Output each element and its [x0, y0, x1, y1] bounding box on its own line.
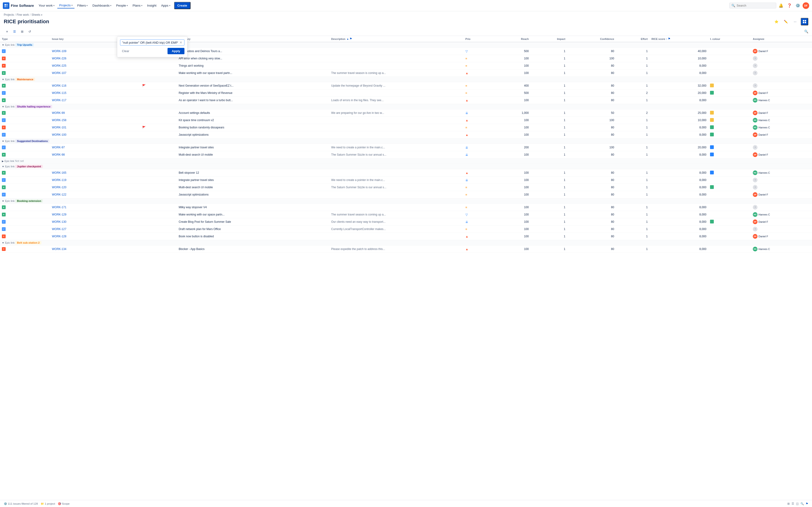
issue-key[interactable]: WORK-129: [52, 213, 66, 216]
epic-link-label: Epic link: [5, 105, 15, 108]
epic-row: ▼ Epic link Maintenance: [0, 77, 812, 82]
col-header-reach[interactable]: Reach: [494, 36, 531, 42]
collapse-toggle[interactable]: ▼: [2, 140, 4, 143]
edit-button[interactable]: ✏️: [782, 18, 790, 25]
col-header-description[interactable]: Description ▲ ⚑: [329, 36, 464, 42]
breadcrumb-sheets[interactable]: Sheets: [32, 13, 40, 16]
issue-key[interactable]: WORK-109: [52, 50, 66, 53]
colour-swatch: [710, 145, 714, 149]
table-search-icon[interactable]: 🔍: [804, 30, 808, 33]
toolbar: ≡ ☰ ⊞ ↺ 🔍: [0, 27, 812, 36]
collapse-toggle[interactable]: ▼: [2, 200, 4, 202]
help-button[interactable]: ❓: [786, 2, 793, 9]
epic-link-label: Epic link: [4, 160, 15, 162]
breadcrumb-fine-work[interactable]: Fine work: [17, 13, 29, 16]
nav-dashboards[interactable]: Dashboards ▾: [91, 3, 113, 8]
issue-key[interactable]: WORK-101: [52, 126, 66, 129]
nav-your-work[interactable]: Your work ▾: [37, 3, 56, 8]
svg-rect-7: [805, 22, 806, 23]
col-header-effort[interactable]: Effort: [616, 36, 650, 42]
zoom-icon[interactable]: 🔍: [801, 502, 804, 505]
app-logo[interactable]: Fine Software: [3, 2, 34, 9]
issue-key[interactable]: WORK-122: [52, 193, 66, 196]
issue-key[interactable]: WORK-130: [52, 220, 66, 223]
col-header-impact[interactable]: Impact: [530, 36, 567, 42]
nav-insight[interactable]: Insight: [145, 3, 158, 8]
table-row: ● WORK-117 As an operator I want to have…: [0, 97, 812, 104]
filter-clear-x-icon[interactable]: ✕: [180, 41, 182, 44]
colour-cell: [708, 90, 751, 97]
view-toggle-button[interactable]: [801, 18, 808, 25]
epic-link-label: Epic link: [5, 78, 15, 81]
issue-key[interactable]: WORK-99: [52, 111, 65, 115]
breadcrumb-projects[interactable]: Projects: [4, 13, 14, 16]
notifications-button[interactable]: 🔔: [777, 2, 785, 9]
issue-key[interactable]: WORK-120: [52, 186, 66, 189]
colour-cell: [708, 245, 751, 253]
filter-icon-bottom[interactable]: ⚑: [806, 502, 808, 505]
chevron-down-icon[interactable]: ▾: [41, 14, 42, 16]
col-header-rice-score[interactable]: RICE score ↑ ⚑: [650, 36, 708, 42]
flagged-cell: [140, 176, 177, 184]
collapse-toggle[interactable]: ▼: [2, 105, 4, 108]
nav-plans[interactable]: Plans ▾: [131, 3, 144, 8]
more-options-button[interactable]: ···: [791, 18, 799, 25]
filter-apply-button[interactable]: Apply: [167, 48, 185, 54]
priority-cell: ▲: [464, 117, 494, 124]
nav-apps[interactable]: Apps ▾: [159, 3, 172, 8]
list-icon[interactable]: ☰: [792, 502, 794, 505]
nav-people[interactable]: People ▾: [114, 3, 130, 8]
collapse-icon[interactable]: ◫: [796, 502, 799, 505]
nav-filters[interactable]: Filters ▾: [75, 3, 90, 8]
grid-icon[interactable]: ⊞: [787, 502, 790, 505]
filter-clear-button[interactable]: Clear: [120, 48, 131, 54]
collapse-toggle[interactable]: ▶: [2, 160, 4, 162]
issue-key[interactable]: WORK-97: [52, 146, 65, 149]
issue-key[interactable]: WORK-171: [52, 206, 66, 209]
issue-key[interactable]: WORK-134: [52, 247, 66, 251]
issue-key[interactable]: WORK-107: [52, 71, 66, 75]
filter-text-input[interactable]: [122, 41, 178, 44]
user-avatar[interactable]: DF: [803, 2, 809, 9]
issue-key[interactable]: WORK-165: [52, 171, 66, 174]
collapse-toggle[interactable]: ▼: [2, 165, 4, 168]
list-view-button[interactable]: ☰: [11, 28, 18, 35]
group-by-button[interactable]: ≡: [4, 28, 10, 35]
create-button[interactable]: Create: [174, 2, 191, 9]
issue-key[interactable]: WORK-115: [52, 91, 66, 95]
issue-key[interactable]: WORK-226: [52, 57, 66, 60]
col-header-assignee[interactable]: Assignee: [751, 36, 812, 42]
issue-key[interactable]: WORK-128: [52, 235, 66, 238]
refresh-button[interactable]: ↺: [26, 28, 33, 35]
nav-projects[interactable]: Projects ▾: [57, 3, 74, 8]
issue-key[interactable]: WORK-158: [52, 119, 66, 122]
search-bar[interactable]: 🔍: [729, 3, 776, 8]
colour-swatch: [710, 153, 714, 156]
issue-key[interactable]: WORK-98: [52, 153, 65, 156]
type-story-icon: ●: [2, 111, 6, 115]
issue-key[interactable]: WORK-117: [52, 99, 66, 102]
collapse-toggle[interactable]: ▼: [2, 78, 4, 81]
summary-cell: Account settings defaults: [177, 109, 329, 117]
search-input[interactable]: [737, 4, 769, 7]
issue-key[interactable]: WORK-127: [52, 227, 66, 231]
issue-key[interactable]: WORK-100: [52, 133, 66, 136]
col-header-type[interactable]: Type: [0, 36, 50, 42]
columns-button[interactable]: ⊞: [19, 28, 26, 35]
collapse-toggle[interactable]: ▼: [2, 241, 4, 244]
star-button[interactable]: ⭐: [772, 18, 780, 25]
collapse-toggle[interactable]: ▼: [2, 44, 4, 46]
issue-key[interactable]: WORK-225: [52, 64, 66, 67]
type-cell: ✓: [0, 218, 50, 226]
impact-cell: 1: [530, 151, 567, 158]
priority-lowest-icon: ⇊: [465, 111, 468, 115]
issues-table-container: Type Issue key Flagged Summary Descripti…: [0, 36, 812, 505]
col-header-summary[interactable]: Summary: [177, 36, 329, 42]
issue-key[interactable]: WORK-119: [52, 178, 66, 182]
issue-key[interactable]: WORK-116: [52, 84, 66, 87]
col-header-colour[interactable]: I. colour: [708, 36, 751, 42]
flagged-cell: [140, 62, 177, 69]
col-header-confidence[interactable]: Confidence: [567, 36, 616, 42]
col-header-prio[interactable]: Prio: [464, 36, 494, 42]
settings-button[interactable]: ⚙️: [794, 2, 802, 9]
